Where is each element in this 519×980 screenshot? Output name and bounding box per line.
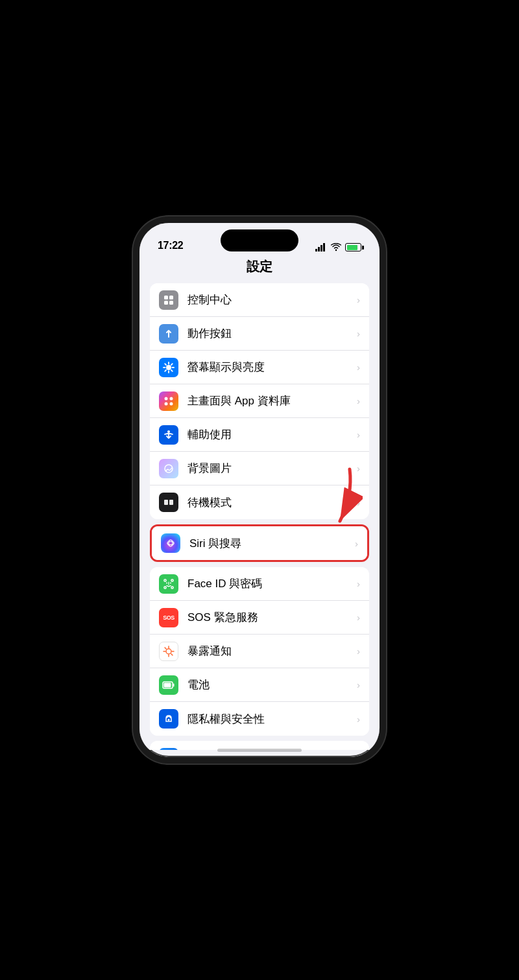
svg-point-28 [169,540,173,546]
svg-rect-8 [169,301,173,305]
svg-point-4 [335,250,337,251]
sidebar-item-sos[interactable]: SOS SOS 緊急服務 › [150,601,369,635]
chevron-icon: › [357,612,360,623]
sidebar-item-exposure[interactable]: 暴露通知 › [150,635,369,668]
chevron-icon: › [357,578,360,589]
phone-frame: 17:22 [133,216,386,764]
appstore-icon [159,748,178,751]
svg-line-15 [171,370,173,371]
chevron-icon: › [357,328,360,339]
sidebar-item-display[interactable]: 螢幕顯示與亮度 › [150,351,369,384]
svg-rect-5 [164,296,168,299]
red-arrow [304,463,363,528]
chevron-icon: › [357,294,360,305]
chevron-icon: › [357,714,360,725]
sidebar-item-siri[interactable]: Siri 與搜尋 › [152,526,367,560]
home-screen-icon [159,391,178,411]
sidebar-item-faceid[interactable]: Face ID 與密碼 › [150,567,369,601]
sidebar-item-action-button[interactable]: 動作按鈕 › [150,317,369,351]
page-title: 設定 [139,255,380,281]
svg-rect-32 [164,587,166,589]
sidebar-item-battery[interactable]: 電池 › [150,668,369,702]
chevron-icon: › [355,538,358,549]
faceid-icon [159,574,178,594]
home-screen-label: 主畫面與 App 資料庫 [187,393,357,408]
svg-rect-46 [164,682,171,687]
chevron-icon: › [357,362,360,373]
battery-icon [345,243,361,251]
exposure-icon [159,642,178,661]
svg-rect-6 [169,296,173,299]
svg-rect-30 [164,579,166,581]
svg-rect-45 [173,683,175,686]
svg-line-17 [165,370,166,371]
status-time: 17:22 [158,240,183,251]
sos-label: SOS 緊急服務 [187,610,357,625]
accessibility-icon [159,425,178,445]
svg-rect-33 [171,587,173,589]
dynamic-island [221,229,298,251]
svg-rect-25 [169,500,173,505]
settings-scroll[interactable]: 控制中心 › 動作按鈕 › [139,281,380,750]
privacy-label: 隱私權與安全性 [187,712,357,727]
svg-point-21 [170,402,173,405]
sidebar-item-privacy[interactable]: 隱私權與安全性 › [150,702,369,736]
chevron-icon: › [357,646,360,657]
svg-point-47 [168,719,170,721]
wallpaper-icon [159,459,178,478]
chevron-icon: › [357,679,360,690]
svg-line-43 [171,653,173,655]
control-center-icon [159,290,178,310]
svg-point-18 [165,397,168,400]
svg-rect-0 [315,249,317,251]
status-bar: 17:22 [139,223,380,255]
svg-point-35 [170,582,171,583]
svg-rect-3 [323,243,325,251]
svg-point-9 [166,365,171,370]
svg-rect-24 [164,500,168,505]
siri-icon [161,533,180,553]
privacy-icon [159,709,178,729]
svg-rect-2 [320,245,322,251]
svg-line-14 [165,364,166,365]
battery-settings-icon [159,675,178,695]
siri-label: Siri 與搜尋 [189,536,355,551]
svg-rect-1 [318,247,320,251]
svg-point-34 [166,582,167,583]
sidebar-item-home-screen[interactable]: 主畫面與 App 資料庫 › [150,384,369,418]
control-center-label: 控制中心 [187,292,357,307]
home-indicator [217,749,302,752]
svg-point-22 [167,430,170,433]
accessibility-label: 輔助使用 [187,427,357,442]
svg-rect-7 [164,301,168,305]
svg-point-37 [166,649,171,654]
standby-icon [159,493,178,512]
sos-icon: SOS [159,608,178,627]
chevron-icon: › [357,429,360,440]
svg-point-20 [165,402,168,405]
svg-rect-31 [171,579,173,581]
action-button-label: 動作按鈕 [187,326,357,341]
svg-point-19 [170,397,173,400]
display-icon [159,358,178,377]
chevron-icon: › [357,395,360,406]
status-icons [315,243,361,251]
wifi-icon [331,243,341,251]
svg-line-16 [171,364,173,365]
faceid-label: Face ID 與密碼 [187,576,357,591]
action-button-icon [159,324,178,344]
settings-group-siri-highlighted: Siri 與搜尋 › [150,524,369,562]
sidebar-item-control-center[interactable]: 控制中心 › [150,283,369,317]
svg-line-42 [165,648,166,649]
signal-icon [315,243,327,251]
battery-label: 電池 [187,677,357,692]
sidebar-item-accessibility[interactable]: 輔助使用 › [150,418,369,452]
settings-group-security: Face ID 與密碼 › SOS SOS 緊急服務 › [150,567,369,736]
display-label: 螢幕顯示與亮度 [187,360,357,375]
exposure-label: 暴露通知 [187,644,357,659]
